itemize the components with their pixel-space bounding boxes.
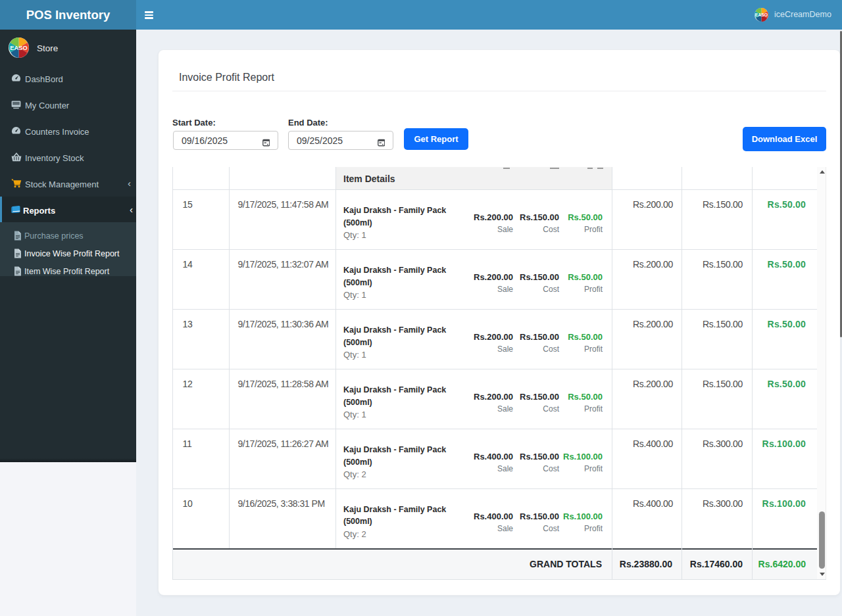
svg-text:EASO: EASO: [755, 12, 768, 17]
svg-text:EASO: EASO: [10, 45, 27, 51]
